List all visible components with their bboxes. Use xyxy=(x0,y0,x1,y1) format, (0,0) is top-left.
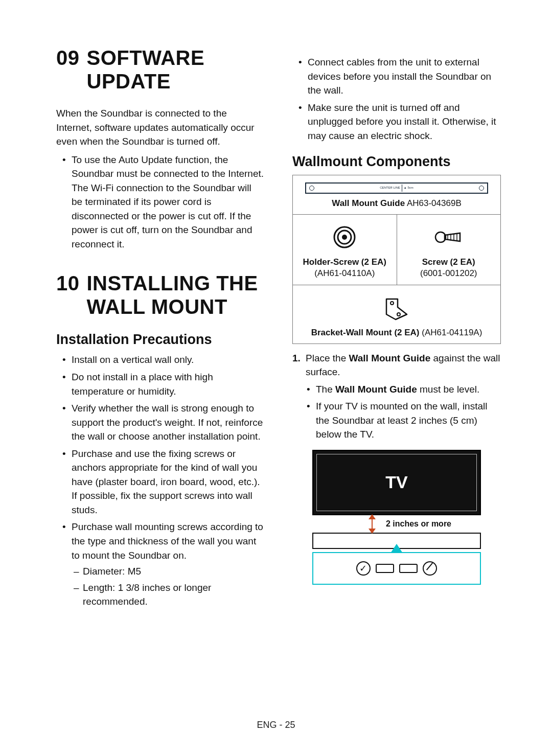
precaution-item: Do not install in a place with high temp… xyxy=(72,370,265,398)
component-wall-mount-guide: CENTER LINE▲ 5cm Wall Mount Guide AH63-0… xyxy=(293,175,500,215)
precaution-item: Purchase wall mounting screws according … xyxy=(72,520,265,608)
components-table: CENTER LINE▲ 5cm Wall Mount Guide AH63-0… xyxy=(292,175,501,343)
check-icon xyxy=(356,561,371,576)
install-step-1: 1. Place the Wall Mount Guide against th… xyxy=(306,351,501,442)
tv-box: TV xyxy=(312,450,481,515)
precaution-item: Install on a vertical wall only. xyxy=(72,353,265,367)
component-part-number: (AH61-04110A) xyxy=(297,268,393,279)
tv-mount-diagram: TV 2 inches or more xyxy=(312,450,481,585)
arrow-up-icon xyxy=(369,514,376,519)
step-sub-pre: The xyxy=(316,384,335,395)
component-name: Screw (2 EA) xyxy=(401,257,497,268)
step-sub-post: must be level. xyxy=(417,384,480,395)
component-holder-screw: Holder-Screw (2 EA) (AH61-04110A) xyxy=(293,215,397,285)
section-09-title: SOFTWARE UPDATE xyxy=(87,46,265,93)
section-10-number: 10 xyxy=(56,271,80,318)
slash-circle-icon xyxy=(423,561,437,576)
bracket-icon xyxy=(297,292,496,323)
step-text-pre: Place the xyxy=(306,353,349,363)
component-part-number: (6001-001202) xyxy=(401,268,497,279)
precaution-item: Purchase and use the fixing screws or an… xyxy=(72,447,265,517)
step-number: 1. xyxy=(292,351,301,365)
section-09-heading: 09 SOFTWARE UPDATE xyxy=(56,46,265,93)
wall-mount-guide-icon: CENTER LINE▲ 5cm xyxy=(305,182,489,194)
precaution-text: Purchase wall mounting screws according … xyxy=(72,521,263,560)
precaution-item: Verify whether the wall is strong enough… xyxy=(72,401,265,444)
component-screw: Screw (2 EA) (6001-001202) xyxy=(397,215,501,285)
component-bracket: Bracket-Wall Mount (2 EA) (AH61-04119A) xyxy=(293,285,500,343)
gap-label: 2 inches or more xyxy=(386,519,451,529)
holder-screw-icon xyxy=(297,222,393,253)
screw-icon xyxy=(401,222,497,253)
soundbar-guide-box xyxy=(312,552,481,585)
step-subitem: If your TV is mounted on the wall, insta… xyxy=(316,399,501,442)
page-footer: ENG - 25 xyxy=(0,720,552,730)
section-09-number: 09 xyxy=(56,46,80,93)
tv-label: TV xyxy=(385,472,407,492)
components-heading: Wallmount Components xyxy=(292,154,501,170)
component-name: Holder-Screw (2 EA) xyxy=(297,257,393,268)
section-09-intro: When the Soundbar is connected to the In… xyxy=(56,106,265,149)
level-icon xyxy=(376,564,394,573)
precaution-item: Connect cables from the unit to external… xyxy=(308,55,501,98)
arrow-down-icon xyxy=(369,529,376,534)
step-subitem: The Wall Mount Guide must be level. xyxy=(316,382,501,397)
section-10-heading: 10 INSTALLING THE WALL MOUNT xyxy=(56,271,265,318)
component-part-number: AH63-04369B xyxy=(407,198,462,208)
section-10-title: INSTALLING THE WALL MOUNT xyxy=(87,271,265,318)
gap-indicator: 2 inches or more xyxy=(312,515,481,533)
precautions-heading: Installation Precautions xyxy=(56,332,265,348)
precaution-subitem: Length: 1 3/8 inches or longer recommend… xyxy=(83,581,265,609)
precaution-item: Make sure the unit is turned off and unp… xyxy=(308,101,501,143)
precaution-subitem: Diameter: M5 xyxy=(83,564,265,579)
component-name: Wall Mount Guide xyxy=(332,198,405,208)
step-sub-bold: Wall Mount Guide xyxy=(335,384,417,395)
section-09-bullet: To use the Auto Update function, the Sou… xyxy=(72,153,265,251)
component-part-number: (AH61-04119A) xyxy=(422,328,482,337)
level-icon xyxy=(399,564,418,573)
svg-point-2 xyxy=(342,235,347,240)
step-text-bold: Wall Mount Guide xyxy=(349,353,431,363)
component-name: Bracket-Wall Mount (2 EA) xyxy=(311,328,420,337)
